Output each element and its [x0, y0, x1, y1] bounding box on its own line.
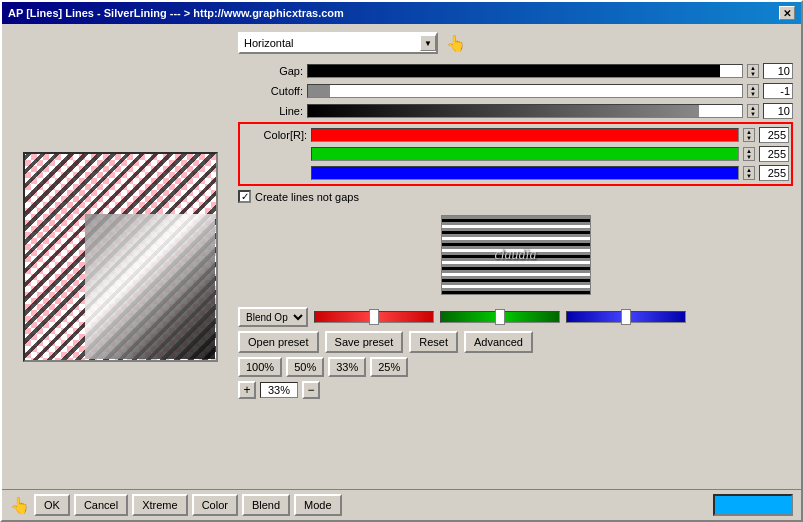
close-button[interactable]: ✕: [779, 6, 795, 20]
colorG-track[interactable]: [311, 147, 739, 161]
gradient-overlay: [85, 214, 215, 359]
gap-down-arrow[interactable]: ▼: [748, 71, 758, 77]
colorG-value[interactable]: 255: [759, 146, 789, 162]
colorR-row: Color[R]: ▲ ▼ 255: [242, 126, 789, 144]
line-arrows[interactable]: ▲ ▼: [747, 104, 759, 118]
create-lines-checkbox[interactable]: ✓: [238, 190, 251, 203]
zoom-50-button[interactable]: 50%: [286, 357, 324, 377]
blend-green-thumb[interactable]: [495, 309, 505, 325]
colorR-label: Color[R]:: [242, 129, 307, 141]
checkbox-row: ✓ Create lines not gaps: [238, 190, 793, 203]
rgb-group: Color[R]: ▲ ▼ 255: [238, 122, 793, 186]
action-buttons-row: Open preset Save preset Reset Advanced: [238, 331, 793, 353]
colorR-fill: [312, 129, 738, 141]
open-preset-button[interactable]: Open preset: [238, 331, 319, 353]
gap-track[interactable]: [307, 64, 743, 78]
blend-blue-thumb[interactable]: [621, 309, 631, 325]
colorR-track[interactable]: [311, 128, 739, 142]
advanced-button[interactable]: Advanced: [464, 331, 533, 353]
gap-label: Gap:: [238, 65, 303, 77]
xtreme-button[interactable]: Xtreme: [132, 494, 187, 516]
line-fill: [308, 105, 699, 117]
mode-button[interactable]: Mode: [294, 494, 342, 516]
colorB-track[interactable]: [311, 166, 739, 180]
hand-pointer-icon: 👆: [446, 34, 466, 53]
mini-preview-area: claudia: [238, 211, 793, 295]
mini-preview: claudia: [441, 215, 591, 295]
colorG-fill: [312, 148, 738, 160]
titlebar: AP [Lines] Lines - SilverLining --- > ht…: [2, 2, 801, 24]
blend-row: Blend Opti: [238, 307, 793, 327]
line-row: Line: ▲ ▼ 10: [238, 102, 793, 120]
cutoff-track[interactable]: [307, 84, 743, 98]
zoom-current-value: 33%: [260, 382, 298, 398]
blend-dropdown[interactable]: Blend Opti: [238, 307, 308, 327]
colorB-value[interactable]: 255: [759, 165, 789, 181]
zoom-plus-button[interactable]: +: [238, 381, 256, 399]
cutoff-down-arrow[interactable]: ▼: [748, 91, 758, 97]
line-down-arrow[interactable]: ▼: [748, 111, 758, 117]
zoom-25-button[interactable]: 25%: [370, 357, 408, 377]
gap-value[interactable]: 10: [763, 63, 793, 79]
colorR-value[interactable]: 255: [759, 127, 789, 143]
blend-button[interactable]: Blend: [242, 494, 290, 516]
preview-canvas: [23, 152, 218, 362]
hand-ok-icon: 👆: [10, 496, 30, 515]
zoom-minus-button[interactable]: −: [302, 381, 320, 399]
cutoff-label: Cutoff:: [238, 85, 303, 97]
colorG-arrows[interactable]: ▲ ▼: [743, 147, 755, 161]
main-window: AP [Lines] Lines - SilverLining --- > ht…: [0, 0, 803, 522]
sliders-area: Gap: ▲ ▼ 10 Cutoff:: [238, 62, 793, 203]
colorB-arrows[interactable]: ▲ ▼: [743, 166, 755, 180]
gap-row: Gap: ▲ ▼ 10: [238, 62, 793, 80]
zoom-stepper-row: + 33% −: [238, 381, 793, 399]
bottom-bar: 👆 OK Cancel Xtreme Color Blend Mode: [2, 489, 801, 520]
cutoff-row: Cutoff: ▲ ▼ -1: [238, 82, 793, 100]
line-label: Line:: [238, 105, 303, 117]
colorR-down-arrow[interactable]: ▼: [744, 135, 754, 141]
blend-green-track[interactable]: [440, 311, 560, 323]
color-swatch: [713, 494, 793, 516]
orientation-row: Horizontal ▼ 👆: [238, 32, 793, 54]
bottom-controls: Blend Opti Open preset Save preset: [238, 307, 793, 399]
orientation-dropdown-wrapper: Horizontal ▼: [238, 32, 438, 54]
line-track[interactable]: [307, 104, 743, 118]
ok-button[interactable]: OK: [34, 494, 70, 516]
cutoff-value[interactable]: -1: [763, 83, 793, 99]
cancel-button[interactable]: Cancel: [74, 494, 128, 516]
content-area: Horizontal ▼ 👆 Gap: ▲ ▼: [2, 24, 801, 489]
orientation-dropdown[interactable]: Horizontal: [238, 32, 438, 54]
colorG-down-arrow[interactable]: ▼: [744, 154, 754, 160]
window-title: AP [Lines] Lines - SilverLining --- > ht…: [8, 7, 344, 19]
colorB-down-arrow[interactable]: ▼: [744, 173, 754, 179]
color-button[interactable]: Color: [192, 494, 238, 516]
colorR-arrows[interactable]: ▲ ▼: [743, 128, 755, 142]
right-panel: Horizontal ▼ 👆 Gap: ▲ ▼: [238, 32, 793, 481]
gap-fill: [308, 65, 720, 77]
zoom-100-button[interactable]: 100%: [238, 357, 282, 377]
cutoff-arrows[interactable]: ▲ ▼: [747, 84, 759, 98]
preview-text: claudia: [495, 247, 537, 263]
line-value[interactable]: 10: [763, 103, 793, 119]
blend-red-thumb[interactable]: [369, 309, 379, 325]
reset-button[interactable]: Reset: [409, 331, 458, 353]
colorB-fill: [312, 167, 738, 179]
create-lines-label: Create lines not gaps: [255, 191, 359, 203]
blend-blue-track[interactable]: [566, 311, 686, 323]
zoom-33-button[interactable]: 33%: [328, 357, 366, 377]
gap-arrows[interactable]: ▲ ▼: [747, 64, 759, 78]
save-preset-button[interactable]: Save preset: [325, 331, 404, 353]
zoom-row: 100% 50% 33% 25%: [238, 357, 793, 377]
colorB-row: ▲ ▼ 255: [242, 164, 789, 182]
colorG-row: ▲ ▼ 255: [242, 145, 789, 163]
blend-red-track[interactable]: [314, 311, 434, 323]
left-panel: [10, 32, 230, 481]
cutoff-fill: [308, 85, 330, 97]
